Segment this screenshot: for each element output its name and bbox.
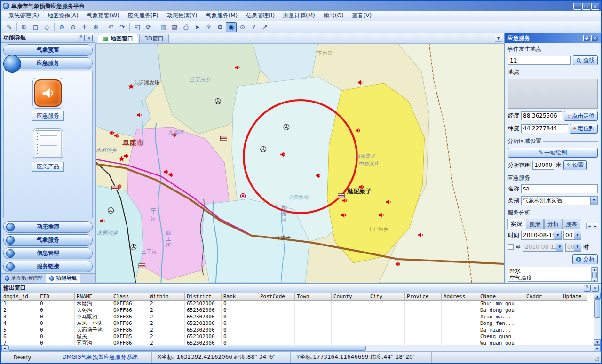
menu-item-view[interactable]: 查看(V) bbox=[348, 11, 376, 21]
scroll-thumb[interactable] bbox=[8, 346, 366, 351]
tab-plan[interactable]: 预案 bbox=[562, 219, 580, 229]
table-row[interactable]: 50大面场子沟OXFF8626523020000Da mian... bbox=[1, 327, 594, 333]
emergency-product-tile-button[interactable] bbox=[33, 128, 63, 159]
to-checkbox[interactable] bbox=[508, 244, 514, 250]
longitude-input[interactable] bbox=[521, 111, 562, 120]
locate-to-button[interactable]: ⌖ 定位到 bbox=[570, 124, 598, 134]
scroll-up-icon[interactable]: ▲ bbox=[594, 293, 601, 299]
tab-forecast[interactable]: 预报 bbox=[526, 219, 544, 229]
end-date-select[interactable]: 2010-08-13 ▼ bbox=[523, 243, 563, 252]
table-horizontal-scrollbar[interactable]: ◄ ► bbox=[1, 345, 601, 351]
tab-function-navigation[interactable]: 功能导航 bbox=[46, 274, 80, 283]
pin-icon[interactable] bbox=[583, 35, 590, 41]
identify-icon[interactable]: ☼ bbox=[203, 22, 214, 32]
list-item[interactable]: 降水 bbox=[509, 268, 590, 275]
snapshot-icon[interactable]: ▨ bbox=[169, 22, 180, 32]
close-icon[interactable]: × bbox=[591, 35, 598, 41]
station-marker-icon[interactable] bbox=[131, 245, 136, 250]
pointer-icon[interactable]: ➤ bbox=[192, 22, 203, 32]
column-header-County[interactable]: County bbox=[332, 293, 368, 301]
prev-view-icon[interactable]: ↶ bbox=[105, 22, 116, 32]
menu-item-dynamic-deduction[interactable]: 动态推演(Y) bbox=[163, 11, 202, 21]
tab-live[interactable]: 实况 bbox=[507, 219, 525, 229]
scroll-left-icon[interactable]: ◄ bbox=[1, 345, 8, 351]
chevron-down-icon[interactable]: ▼ bbox=[556, 243, 563, 251]
column-header-Address[interactable]: Address bbox=[442, 293, 478, 301]
close-button[interactable]: × bbox=[591, 3, 599, 10]
analyze-button[interactable]: 分析 bbox=[572, 254, 598, 264]
flag-marker-icon[interactable] bbox=[220, 136, 227, 140]
zoom-out-icon[interactable]: ⊖ bbox=[68, 22, 79, 32]
title-bar[interactable]: 阜康市气象预警应急服务平台 — □ × bbox=[1, 1, 601, 11]
scroll-right-icon[interactable]: ► bbox=[594, 345, 601, 351]
chevron-down-icon[interactable]: ▼ bbox=[590, 197, 597, 205]
menu-item-emergency-service[interactable]: 应急服务(E) bbox=[124, 11, 163, 21]
column-header-Class[interactable]: Class bbox=[111, 293, 148, 301]
tab-analysis[interactable]: 分析 bbox=[544, 219, 562, 229]
pin-icon[interactable] bbox=[584, 285, 591, 292]
nav-button-weather-service[interactable]: 气象服务 bbox=[3, 234, 93, 246]
column-header-Within[interactable]: Within bbox=[148, 293, 185, 301]
analysis-elements-list[interactable]: 降水空气温度 ▲ ▼ bbox=[508, 267, 598, 282]
list-item[interactable]: 空气温度 bbox=[509, 275, 590, 282]
menu-item-weather-warning[interactable]: 气象预警(W) bbox=[83, 11, 124, 21]
zoom-in-icon[interactable]: ⊕ bbox=[56, 22, 67, 32]
edit-pencil-icon[interactable]: ✎ bbox=[4, 22, 15, 32]
nav-button-information-management[interactable]: 信息管理 bbox=[3, 247, 93, 259]
scroll-down-icon[interactable]: ▼ bbox=[592, 279, 597, 282]
station-marker-icon[interactable] bbox=[215, 99, 221, 104]
map-viewport[interactable]: 下西泉六运湖农场三工河乡九运街阜康市水磨沟乡滋泥泉子中新水库滋泥泉子小泉牧场上户… bbox=[95, 44, 504, 283]
menu-item-measure-calculate[interactable]: 测量计算(M) bbox=[279, 11, 319, 21]
map[interactable]: 下西泉六运湖农场三工河乡九运街阜康市水磨沟乡滋泥泉子中新水库滋泥泉子小泉牧场上户… bbox=[96, 44, 504, 283]
table-row[interactable]: 40东风一小队OXFF8626523020000Dong fen... bbox=[1, 320, 594, 327]
start-hour-select[interactable]: 00 ▼ bbox=[563, 231, 581, 240]
full-extent-icon[interactable]: ⊛ bbox=[90, 22, 101, 32]
menu-item-system-management[interactable]: 系统管理(S) bbox=[4, 11, 43, 21]
flag-marker-icon[interactable] bbox=[338, 194, 344, 198]
print-icon[interactable]: ⎙ bbox=[181, 22, 191, 32]
end-hour-select[interactable]: 00 ▼ bbox=[565, 243, 581, 252]
map-tab-list-dropdown-icon[interactable]: ▼ bbox=[495, 35, 502, 42]
column-header-Provice[interactable]: Provice bbox=[405, 293, 442, 301]
flag-marker-icon[interactable] bbox=[139, 264, 145, 268]
help-icon[interactable]: ? bbox=[248, 22, 259, 32]
tabs-scroll-right-icon[interactable]: ► bbox=[593, 223, 598, 229]
column-header-City[interactable]: City bbox=[368, 293, 405, 301]
nav-button-weather-warning[interactable]: 气象预警 bbox=[3, 44, 93, 56]
refresh-icon[interactable]: ⟳ bbox=[143, 22, 154, 32]
table-row[interactable]: 30小马厩沟OXFF8626523020000Xiao ma... bbox=[1, 314, 594, 320]
column-header-FID[interactable]: FID bbox=[38, 293, 75, 301]
locate-click-button[interactable]: ⌂ 点击定位 bbox=[564, 111, 598, 121]
find-button[interactable]: 查找 bbox=[573, 55, 598, 65]
tabs-scroll-left-icon[interactable]: ◄ bbox=[586, 223, 592, 229]
scroll-up-icon[interactable]: ▲ bbox=[592, 267, 597, 271]
table-row[interactable]: 70五官沟OXFF8626523020000Wu guan gou bbox=[1, 340, 594, 345]
export-icon[interactable]: ↗ bbox=[260, 22, 270, 32]
restore-button[interactable]: □ bbox=[582, 3, 590, 10]
resize-grip[interactable] bbox=[593, 355, 600, 362]
column-header-PostCode[interactable]: PostCode bbox=[258, 293, 295, 301]
chevron-down-icon[interactable]: ▼ bbox=[574, 231, 581, 239]
emergency-globe-icon[interactable]: ◉ bbox=[226, 22, 237, 32]
table-vertical-scrollbar[interactable]: ▲ ▼ bbox=[594, 293, 601, 345]
station-marker-icon[interactable] bbox=[108, 208, 114, 214]
latitude-input[interactable] bbox=[521, 124, 568, 133]
select-rect-icon[interactable]: ◻ bbox=[30, 22, 41, 32]
column-header-Town[interactable]: Town bbox=[295, 293, 332, 301]
menu-item-map-operation[interactable]: 地图操作(A) bbox=[43, 11, 83, 21]
menu-item-weather-service[interactable]: 气象服务(M) bbox=[201, 11, 242, 21]
pin-icon[interactable] bbox=[78, 35, 85, 41]
zoom-window-icon[interactable]: ◱ bbox=[132, 22, 143, 32]
column-header-District[interactable]: District bbox=[185, 293, 222, 301]
tab-3d-window[interactable]: 3D窗口 bbox=[139, 34, 169, 43]
next-view-icon[interactable]: ↷ bbox=[117, 22, 127, 32]
gear-icon[interactable]: ⚙ bbox=[214, 22, 225, 32]
eye-icon[interactable]: ⊙ bbox=[237, 22, 248, 32]
place-list[interactable] bbox=[508, 79, 598, 109]
menu-item-information-management[interactable]: 信息管理(I) bbox=[242, 11, 279, 21]
chevron-down-icon[interactable]: ▼ bbox=[574, 243, 581, 251]
select-shape-icon[interactable]: ◇ bbox=[41, 22, 52, 32]
scroll-thumb[interactable] bbox=[594, 299, 600, 318]
station-marker-icon[interactable] bbox=[284, 125, 289, 130]
column-header-CAddr[interactable]: CAddr bbox=[524, 293, 561, 301]
